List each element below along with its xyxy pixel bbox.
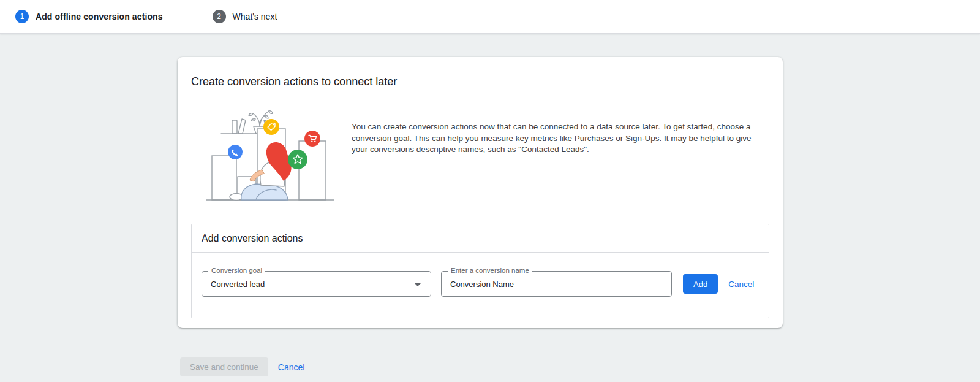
step-1-number-badge: 1 bbox=[15, 10, 29, 23]
create-conversion-actions-card: Create conversion actions to connect lat… bbox=[178, 57, 783, 328]
conversion-goal-label: Conversion goal bbox=[208, 267, 265, 274]
step-add-offline-conversion-actions[interactable]: 1 Add offline conversion actions bbox=[15, 10, 163, 23]
save-and-continue-button[interactable]: Save and continue bbox=[180, 357, 268, 376]
step-2-label: What's next bbox=[233, 12, 277, 21]
conversion-name-field: Enter a conversion name bbox=[441, 271, 672, 297]
stepper-bar: 1 Add offline conversion actions 2 What'… bbox=[0, 0, 980, 34]
add-row-cancel-link[interactable]: Cancel bbox=[728, 280, 754, 289]
add-conversion-actions-title: Add conversion actions bbox=[192, 224, 769, 253]
star-badge bbox=[288, 150, 307, 169]
conversion-name-input[interactable] bbox=[450, 280, 663, 289]
step-connector-line bbox=[171, 17, 206, 17]
footer-cancel-link[interactable]: Cancel bbox=[278, 362, 305, 372]
conversion-illustration bbox=[205, 107, 336, 208]
card-title: Create conversion actions to connect lat… bbox=[191, 75, 769, 88]
cart-badge bbox=[304, 131, 320, 147]
card-description: You can create conversion actions now th… bbox=[352, 121, 763, 208]
step-whats-next[interactable]: 2 What's next bbox=[213, 10, 277, 23]
conversion-goal-select[interactable]: Conversion goal Converted lead bbox=[202, 271, 431, 297]
phone-badge bbox=[228, 145, 243, 159]
person-bar-chart-illustration bbox=[205, 107, 336, 208]
intro-row: You can create conversion actions now th… bbox=[191, 107, 769, 208]
add-button[interactable]: Add bbox=[683, 274, 718, 294]
tag-badge bbox=[263, 119, 279, 135]
chevron-down-icon[interactable] bbox=[415, 283, 421, 286]
conversion-goal-value: Converted lead bbox=[211, 280, 265, 289]
footer-actions: Save and continue Cancel bbox=[180, 357, 304, 376]
conversion-name-label: Enter a conversion name bbox=[448, 267, 532, 274]
conversion-form-row: Conversion goal Converted lead Enter a c… bbox=[192, 253, 769, 318]
add-conversion-actions-panel: Add conversion actions Conversion goal C… bbox=[191, 224, 769, 318]
step-1-label: Add offline conversion actions bbox=[36, 12, 163, 21]
step-2-number-badge: 2 bbox=[213, 10, 226, 23]
